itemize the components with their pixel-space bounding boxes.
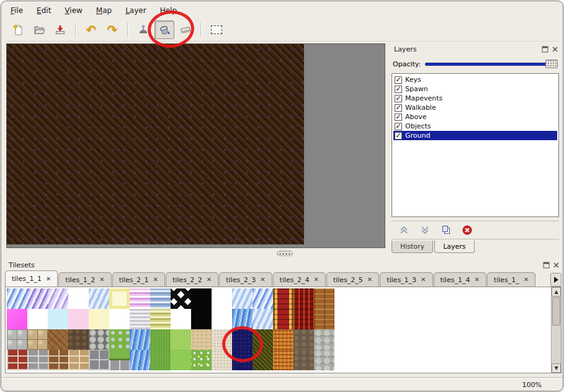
tile-white[interactable] <box>27 309 48 329</box>
tile-grass[interactable] <box>150 329 171 350</box>
tileset-tab-tiles_2_2[interactable]: tiles_2_2✕ <box>166 272 218 287</box>
checkbox-checked-icon[interactable]: ✓ <box>395 76 402 84</box>
tile-wood[interactable] <box>314 288 334 309</box>
tile-water-violet[interactable] <box>48 288 68 309</box>
tile-water-blue[interactable] <box>253 288 273 309</box>
layer-row-objects[interactable]: ✓Objects <box>393 122 557 131</box>
tile-dirt-cracked[interactable] <box>48 329 68 350</box>
redo-button[interactable]: ↷ <box>102 20 122 39</box>
tileset-tab-tiles_2_1[interactable]: tiles_2_1✕ <box>112 272 165 287</box>
tab-history[interactable]: History <box>392 241 433 253</box>
tile-white[interactable] <box>212 309 232 329</box>
tile-white[interactable] <box>68 288 89 309</box>
close-tab-icon[interactable]: ✕ <box>99 277 104 283</box>
close-tab-icon[interactable]: ✕ <box>474 277 479 283</box>
tile-olive-dark[interactable] <box>253 350 273 370</box>
stamp-tool-button[interactable] <box>133 20 153 39</box>
tile-column-gold[interactable] <box>273 288 293 309</box>
tab-layers[interactable]: Layers <box>434 240 474 253</box>
tile-olive-dark[interactable] <box>253 329 273 350</box>
eraser-tool-button[interactable] <box>176 20 195 39</box>
splitter-handle[interactable] <box>277 251 293 256</box>
tile-grass-flowers[interactable] <box>191 350 212 370</box>
tile-navy[interactable] <box>232 329 253 350</box>
scrollbar-thumb[interactable] <box>552 297 560 326</box>
tile-black[interactable] <box>191 309 212 329</box>
scrollbar-up-icon[interactable]: ▲ <box>552 287 561 296</box>
tile-stone-tan[interactable] <box>27 329 48 350</box>
tile-white[interactable] <box>171 309 191 329</box>
tile-grass-edge[interactable] <box>109 350 130 370</box>
tile-water-pale[interactable] <box>232 288 253 309</box>
tile-water-sea[interactable] <box>232 309 253 329</box>
rect-select-tool-button[interactable] <box>207 20 226 39</box>
tile-yellow-pane[interactable] <box>109 288 130 309</box>
layer-row-ground[interactable]: ✓Ground <box>393 131 557 140</box>
tile-checker[interactable] <box>171 288 191 309</box>
close-tab-icon[interactable]: ✕ <box>524 277 529 283</box>
tile-rock-brown[interactable] <box>293 329 314 350</box>
close-icon[interactable] <box>551 45 559 53</box>
tile-brick-red[interactable] <box>7 350 27 370</box>
tab-scroll-right-button[interactable] <box>550 273 562 287</box>
delete-layer-button[interactable] <box>460 223 475 237</box>
layer-row-mapevents[interactable]: ✓Mapevents <box>393 94 557 103</box>
tile-cyan-pale[interactable] <box>48 309 68 329</box>
map-canvas[interactable] <box>6 43 385 248</box>
menu-edit[interactable]: Edit <box>31 5 56 16</box>
fill-tool-button[interactable] <box>154 20 174 39</box>
tile-brick-gray[interactable] <box>27 350 48 370</box>
scrollbar-down-icon[interactable]: ▼ <box>552 363 561 373</box>
import-save-button[interactable] <box>50 20 70 39</box>
lower-layer-button[interactable] <box>418 223 432 237</box>
tile-grass[interactable] <box>150 350 171 370</box>
checkbox-checked-icon[interactable]: ✓ <box>395 104 402 112</box>
tile-grass-bright[interactable] <box>171 350 191 370</box>
checkbox-checked-icon[interactable]: ✓ <box>395 95 402 102</box>
tile-black[interactable] <box>191 288 212 309</box>
menu-view[interactable]: View <box>59 5 87 16</box>
tile-white[interactable] <box>212 288 232 309</box>
tile-pink-pale[interactable] <box>68 309 89 329</box>
tile-orange-weave[interactable] <box>273 329 293 350</box>
tile-water-pale[interactable] <box>253 309 273 329</box>
close-tab-icon[interactable]: ✕ <box>421 277 426 283</box>
close-tab-icon[interactable]: ✕ <box>207 277 212 283</box>
close-tab-icon[interactable]: ✕ <box>260 277 265 283</box>
tile-stone2[interactable] <box>314 329 334 350</box>
checkbox-checked-icon[interactable]: ✓ <box>395 114 402 121</box>
menu-layer[interactable]: Layer <box>120 5 151 16</box>
tile-brick-tan[interactable] <box>68 350 89 370</box>
tileset-tab-tiles_1_1[interactable]: tiles_1_1✕ <box>5 270 58 287</box>
tile-water-sea[interactable] <box>130 329 150 350</box>
close-icon[interactable] <box>552 261 560 269</box>
tile-carpet-red[interactable] <box>293 309 314 329</box>
close-tab-icon[interactable]: ✕ <box>367 277 372 283</box>
tile-navy[interactable] <box>232 350 253 370</box>
new-button[interactable] <box>8 20 28 39</box>
tile-rock-dark[interactable] <box>68 329 89 350</box>
layer-row-keys[interactable]: ✓Keys <box>393 75 557 84</box>
scrollbar-track[interactable] <box>552 326 561 363</box>
tile-orange-weave[interactable] <box>273 350 293 370</box>
tile-pale-weave[interactable] <box>212 329 232 350</box>
tile-column-gold[interactable] <box>273 309 293 329</box>
tile-wood[interactable] <box>314 309 334 329</box>
tile-yellow-pale[interactable] <box>89 309 109 329</box>
restore-icon[interactable] <box>542 261 550 269</box>
tile-grass-stones[interactable] <box>109 329 130 350</box>
tile-stone-gray[interactable] <box>7 329 27 350</box>
tile-olive-stripe[interactable] <box>150 309 171 329</box>
opacity-slider-handle[interactable] <box>545 60 558 68</box>
tile-cobble[interactable] <box>89 329 109 350</box>
tile-grass-light[interactable] <box>171 329 191 350</box>
menu-map[interactable]: Map <box>91 5 117 16</box>
tile-magenta[interactable] <box>7 309 27 329</box>
map-tiles-painted-region[interactable] <box>7 44 304 244</box>
tile-water-blue[interactable] <box>7 288 27 309</box>
tile-water-pale[interactable] <box>89 288 109 309</box>
checkbox-checked-icon[interactable]: ✓ <box>395 123 402 130</box>
open-button[interactable] <box>29 20 49 39</box>
tileset-tab-tiles_2_4[interactable]: tiles_2_4✕ <box>273 272 326 287</box>
tile-water-sea[interactable] <box>130 350 150 370</box>
